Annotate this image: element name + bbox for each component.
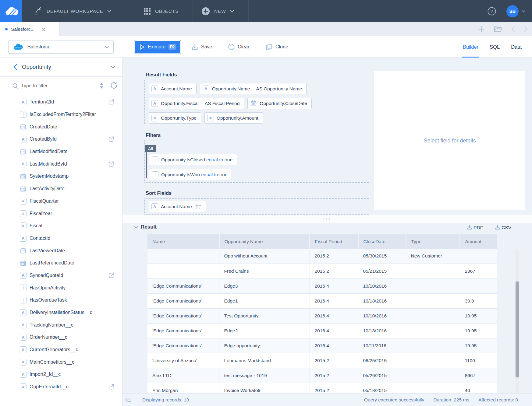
view-tab-builder[interactable]: Builder — [463, 36, 478, 58]
table-row[interactable]: 'Edge Communications'Edge12016 410/18/20… — [147, 293, 497, 308]
column-header-opportunity-name[interactable]: Opportunity Name — [219, 234, 310, 249]
result-fields-dropzone[interactable]: AAccount.NameAOpportunity.NameAS Opportu… — [144, 80, 369, 124]
field-item-CreatedById[interactable]: ACreatedById — [0, 133, 122, 145]
field-chip-Opportunity.Fiscal[interactable]: AOpportunity.FiscalAS Fiscal Period — [149, 98, 244, 109]
scrollbar-thumb[interactable] — [516, 282, 519, 377]
view-tab-data[interactable]: Data — [511, 36, 522, 58]
field-item-Territory2Id[interactable]: ATerritory2Id — [0, 96, 122, 108]
filter-logic-badge[interactable]: All — [145, 145, 156, 152]
field-item-LastViewedDate[interactable]: LastViewedDate — [0, 244, 122, 257]
field-item-CurrentGenerators__c[interactable]: ACurrentGenerators__c — [0, 344, 122, 356]
field-item-OppExternalId__c[interactable]: #OppExternalId__c — [0, 381, 122, 393]
table-row[interactable]: 'Edge Communications'Edge opportunity201… — [147, 338, 497, 353]
external-link-icon[interactable] — [108, 161, 115, 167]
field-item-MainCompetitors__c[interactable]: AMainCompetitors__c — [0, 356, 122, 368]
field-item-HasOpenActivity[interactable]: HasOpenActivity — [0, 282, 122, 294]
sort-ascending-icon[interactable] — [195, 204, 201, 209]
save-button[interactable]: Save — [191, 40, 212, 54]
execute-button[interactable]: Execute F9 — [134, 40, 181, 54]
close-tab-icon[interactable] — [41, 27, 45, 31]
field-chip-Opportunity.CloseDate[interactable]: Opportunity.CloseDate — [247, 98, 312, 109]
filter-value[interactable]: true — [218, 172, 227, 177]
table-row[interactable]: 'Edge Communications'Edge32016 410/10/20… — [147, 278, 497, 293]
view-tab-sql[interactable]: SQL — [490, 36, 500, 58]
column-header-name[interactable]: Name — [147, 234, 219, 249]
external-link-icon[interactable] — [108, 136, 115, 142]
download-icon — [495, 225, 501, 231]
back-chevron-icon[interactable] — [13, 64, 17, 70]
field-item-Import2_Id__c[interactable]: AImport2_Id__c — [0, 368, 122, 381]
column-header-closedate[interactable]: CloseDate — [358, 234, 406, 249]
field-item-FiscalQuarter[interactable]: #FiscalQuarter — [0, 195, 122, 208]
table-cell: 2016 4 — [310, 293, 358, 308]
workspace-menu[interactable]: DEFAULT WORKSPACE — [32, 0, 112, 22]
help-icon[interactable]: ? — [488, 7, 496, 16]
field-item-OrderNumber__c[interactable]: AOrderNumber__c — [0, 331, 122, 344]
filter-operator[interactable]: equal to — [201, 172, 218, 177]
add-tab-icon[interactable] — [478, 26, 485, 33]
avatar[interactable]: SB — [506, 5, 519, 17]
field-item-LastReferencedDate[interactable]: LastReferencedDate — [0, 257, 122, 269]
panel-splitter-handle[interactable]: ··· — [122, 215, 532, 223]
external-link-icon[interactable] — [108, 272, 115, 278]
external-link-icon[interactable] — [108, 384, 115, 390]
field-item-SystemModstamp[interactable]: SystemModstamp — [0, 170, 122, 183]
field-item-HasOverdueTask[interactable]: HasOverdueTask — [0, 294, 122, 306]
field-item-SyncedQuoteId[interactable]: ASyncedQuoteId — [0, 269, 122, 282]
app-logo[interactable] — [0, 0, 22, 22]
result-scrollbar[interactable] — [516, 250, 519, 393]
field-chip-Opportunity.Name[interactable]: AOpportunity.NameAS Opportunity Name — [200, 83, 307, 94]
external-link-icon[interactable] — [108, 99, 115, 105]
table-row[interactable]: 'University of Arizona'Lehmanns Marktsta… — [147, 353, 497, 368]
collapse-result-chevron-icon[interactable] — [134, 226, 138, 229]
filter-chip-Opportunity.IsClosed[interactable]: Opportunity.IsClosed equal to true — [149, 154, 237, 165]
sort-fields-toggle-icon[interactable] — [99, 83, 104, 89]
field-chip-Opportunity.Type[interactable]: AOpportunity.Type — [149, 112, 201, 124]
table-row[interactable]: 'Edge Communications'Edge22016 410/18/20… — [147, 323, 497, 338]
tab-salesforce-query[interactable]: Salesforc... — [0, 22, 59, 36]
sort-fields-dropzone[interactable]: AAccount.Name — [144, 198, 369, 215]
column-header-fiscal-period[interactable]: Fiscal Period — [310, 234, 358, 249]
filter-operator[interactable]: equal to — [206, 157, 223, 162]
clone-button[interactable]: Clone — [266, 40, 288, 54]
field-item-TrackingNumber__c[interactable]: ATrackingNumber__c — [0, 319, 122, 331]
field-item-DeliveryInstallationStatus__c[interactable]: ADeliveryInstallationStatus__c — [0, 306, 122, 319]
field-item-IsExcludedFromTerritory2Filter[interactable]: IsExcludedFromTerritory2Filter — [0, 108, 122, 121]
field-filter-input[interactable] — [21, 83, 99, 89]
filter-chip-Opportunity.IsWon[interactable]: Opportunity.IsWon equal to true — [149, 169, 232, 180]
export-csv-button[interactable]: CSV — [495, 225, 511, 231]
new-menu[interactable]: NEW — [201, 0, 234, 22]
table-row[interactable]: Opp without Account2015 205/30/2015New C… — [147, 249, 497, 264]
field-chip-Account.Name[interactable]: AAccount.Name — [149, 201, 206, 212]
field-item-LastActivityDate[interactable]: LastActivityDate — [0, 183, 122, 195]
connector-select[interactable]: salesforce Salesforce — [8, 40, 114, 54]
field-item-CreatedDate[interactable]: CreatedDate — [0, 121, 122, 133]
field-chip-Account.Name[interactable]: AAccount.Name — [149, 83, 197, 94]
field-item-LastModifiedById[interactable]: ALastModifiedById — [0, 158, 122, 170]
field-item-LastModifiedDate[interactable]: LastModifiedDate — [0, 145, 122, 158]
column-header-amount[interactable]: Amount — [460, 234, 497, 249]
field-item-FiscalYear[interactable]: #FiscalYear — [0, 207, 122, 220]
open-saved-query-folder-icon[interactable] — [494, 26, 502, 33]
table-row[interactable]: Eric MorganInvoice Workato92015 205/18/2… — [147, 383, 497, 393]
field-item-ContactId[interactable]: AContactId — [0, 232, 122, 245]
filter-value[interactable]: true — [223, 157, 232, 162]
account-chevron-down-icon[interactable] — [522, 10, 525, 12]
history-back-icon[interactable] — [511, 26, 515, 32]
objects-menu[interactable]: OBJECTS — [143, 0, 179, 22]
field-item-label: FiscalQuarter — [30, 198, 59, 204]
field-item-Fiscal[interactable]: AFiscal — [0, 220, 122, 232]
field-chip-Opportunity.Amount[interactable]: #Opportunity.Amount — [204, 112, 263, 124]
table-row[interactable]: 'Edge Communications'Test Opportunity201… — [147, 308, 497, 323]
refresh-icon[interactable] — [110, 82, 117, 89]
clear-button[interactable]: Clear — [228, 40, 249, 54]
object-chevron-down-icon[interactable] — [111, 65, 115, 68]
table-row[interactable]: Alex LTDtest message - 10192015 205/26/2… — [147, 368, 497, 383]
table-row[interactable]: Fred Crains2015 205/21/20152367 — [147, 264, 497, 278]
export-pdf-button[interactable]: PDF — [466, 225, 483, 231]
filters-dropzone[interactable]: All Opportunity.IsClosed equal to trueOp… — [144, 140, 369, 183]
table-cell: Edge2 — [219, 323, 310, 338]
column-header-type[interactable]: Type — [406, 234, 460, 249]
history-forward-icon[interactable] — [524, 26, 528, 32]
panel-toggle-icon[interactable] — [125, 397, 132, 403]
